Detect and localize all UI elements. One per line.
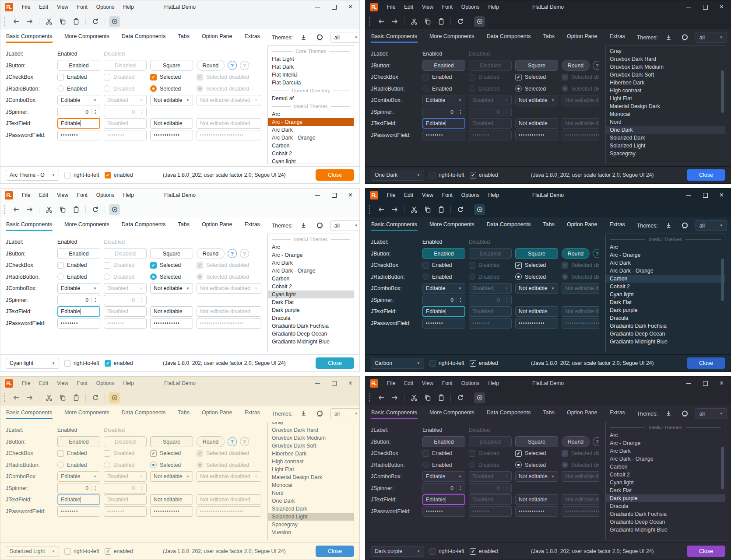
radio-selected[interactable]: Selected [150, 462, 193, 468]
close-window-button[interactable]: × [348, 4, 352, 10]
tab-data-components[interactable]: Data Components [121, 30, 166, 43]
theme-list-item[interactable]: Flat Darcula [268, 79, 354, 87]
download-theme-button[interactable] [663, 32, 674, 43]
refresh-button[interactable] [90, 204, 101, 215]
show-hidden-toggle[interactable] [474, 16, 485, 27]
radio-selected[interactable]: Selected [515, 273, 558, 280]
scrollbar-thumb[interactable] [721, 259, 724, 301]
theme-list-item[interactable]: Arc Dark [268, 126, 354, 134]
tab-data-components[interactable]: Data Components [121, 218, 166, 231]
theme-list-item[interactable]: Cyan light [606, 290, 725, 298]
combobox-editable[interactable]: Editable▼ [57, 471, 100, 482]
tab-basic-components[interactable]: Basic Components [371, 218, 418, 231]
paste-button[interactable] [70, 16, 81, 27]
theme-list-item[interactable]: Arc Dark - Orange [268, 267, 354, 275]
textfield-not-editable[interactable]: Not editable [515, 118, 558, 129]
show-hidden-toggle[interactable] [109, 204, 120, 215]
menu-file[interactable]: File [18, 380, 35, 386]
menu-file[interactable]: File [383, 192, 400, 198]
menu-edit[interactable]: Edit [400, 192, 418, 198]
menu-edit[interactable]: Edit [35, 4, 53, 10]
theme-select[interactable]: One Dark▼ [371, 170, 424, 181]
theme-list-item[interactable]: Dracula [268, 314, 354, 322]
enabled-checkbox[interactable]: ✓enabled [470, 172, 498, 178]
toolbar-grip[interactable] [4, 205, 6, 214]
textfield-editable[interactable]: Editable [57, 494, 100, 505]
tab-option-pane[interactable]: Option Pane [201, 30, 233, 43]
menu-help[interactable]: Help [484, 192, 503, 198]
refresh-button[interactable] [455, 204, 466, 215]
textfield-not-editable[interactable]: Not editable [515, 494, 558, 505]
menu-edit[interactable]: Edit [400, 380, 418, 386]
checkbox-enabled[interactable]: ✓Enabled [57, 74, 100, 80]
radio-enabled[interactable]: Enabled [422, 462, 465, 468]
spinner-arrows-icon[interactable]: ▲▼ [457, 109, 462, 115]
combobox-not-editable[interactable]: Not editable▼ [515, 283, 558, 294]
theme-list-item[interactable]: Monocai [606, 110, 725, 118]
close-window-button[interactable]: × [720, 192, 724, 199]
theme-list-item[interactable]: Cyan light [268, 290, 354, 298]
menu-help[interactable]: Help [119, 380, 138, 386]
theme-list-item[interactable]: Gruvbox Dark Soft [606, 71, 725, 79]
menu-view[interactable]: View [53, 380, 73, 386]
square-button[interactable]: Square [150, 436, 193, 447]
theme-list-item[interactable]: Nord [606, 118, 725, 126]
checkbox-enabled[interactable]: ✓Enabled [57, 450, 100, 457]
textfield-not-editable[interactable]: Not editable [150, 306, 193, 317]
square-button[interactable]: Square [515, 60, 558, 71]
github-button[interactable] [314, 32, 325, 43]
menu-options[interactable]: Options [457, 192, 484, 198]
toolbar-grip[interactable] [369, 17, 371, 26]
help-button[interactable]: ? [593, 437, 599, 446]
theme-list-item[interactable]: Gradianto Midnight Blue [268, 338, 354, 346]
spinner-enabled[interactable]: 0▲▼ [422, 483, 465, 494]
download-theme-button[interactable] [298, 220, 309, 231]
toolbar-grip[interactable] [4, 17, 6, 26]
tab-option-pane[interactable]: Option Pane [201, 406, 233, 420]
enabled-button[interactable]: Enabled [422, 248, 465, 259]
menu-view[interactable]: View [53, 192, 73, 198]
spinner-arrows-icon[interactable]: ▲▼ [457, 297, 462, 303]
back-button[interactable] [11, 204, 21, 215]
show-hidden-toggle[interactable] [474, 204, 485, 215]
combobox-editable[interactable]: Editable▼ [57, 283, 100, 294]
scrollbar-thumb[interactable] [721, 447, 724, 489]
theme-list-item[interactable]: Gradianto Deep Ocean [606, 330, 725, 338]
passwordfield-not-editable[interactable]: •••••••••••• [515, 130, 558, 140]
cut-button[interactable] [408, 392, 419, 403]
spinner-arrows-icon[interactable]: ▲▼ [457, 485, 462, 491]
copy-button[interactable] [57, 204, 68, 215]
menu-help[interactable]: Help [119, 4, 138, 10]
minimize-button[interactable] [686, 7, 691, 7]
theme-select[interactable]: Dark purple▼ [371, 546, 424, 557]
theme-list-item[interactable]: Carbon [606, 275, 725, 283]
theme-list-item[interactable]: Hiberbee Dark [606, 79, 725, 87]
theme-list-item[interactable]: Nord [268, 489, 354, 497]
theme-list-item[interactable]: High contrast [268, 458, 354, 466]
theme-filter-select[interactable]: all▼ [330, 408, 360, 419]
tab-tabs[interactable]: Tabs [178, 406, 190, 420]
theme-list-item[interactable]: Cyan light [606, 479, 725, 486]
theme-list-item[interactable]: Solarized Dark [268, 505, 354, 513]
menu-file[interactable]: File [18, 4, 35, 10]
menu-view[interactable]: View [418, 380, 438, 386]
spinner-enabled[interactable]: 0▲▼ [57, 483, 100, 494]
theme-filter-select[interactable]: all▼ [330, 32, 360, 43]
menu-options[interactable]: Options [457, 380, 484, 386]
maximize-button[interactable] [332, 5, 337, 10]
tab-data-components[interactable]: Data Components [121, 406, 166, 420]
cut-button[interactable] [43, 204, 54, 215]
tab-basic-components[interactable]: Basic Components [371, 406, 418, 420]
maximize-button[interactable] [703, 381, 708, 386]
theme-list-item[interactable]: Carbon [606, 463, 725, 471]
spinner-enabled[interactable]: 0▲▼ [422, 107, 465, 117]
theme-list-item[interactable]: Gradianto Dark Fuchsia [268, 322, 354, 330]
radio-selected[interactable]: Selected [515, 462, 558, 468]
copy-button[interactable] [422, 204, 433, 215]
menu-file[interactable]: File [383, 4, 400, 10]
theme-list-item[interactable]: Monocai [268, 481, 354, 489]
theme-list-item[interactable]: Cyan light [268, 158, 354, 164]
theme-list-item[interactable]: Material Design Dark [606, 102, 725, 110]
tab-tabs[interactable]: Tabs [178, 30, 190, 43]
enabled-checkbox[interactable]: ✓enabled [105, 360, 133, 367]
